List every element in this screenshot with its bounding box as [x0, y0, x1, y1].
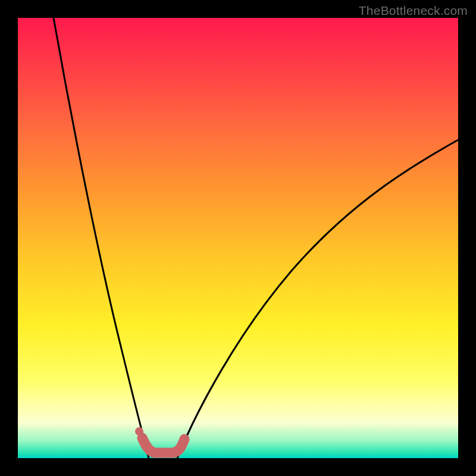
- chart-frame: TheBottleneck.com: [0, 0, 476, 476]
- curve-left: [54, 18, 149, 458]
- curves-svg: [18, 18, 458, 458]
- dot-icon: [135, 427, 143, 436]
- plot-area: [18, 18, 458, 458]
- curve-right: [177, 140, 458, 458]
- band-bottom: [142, 438, 184, 453]
- watermark-text: TheBottleneck.com: [359, 4, 468, 18]
